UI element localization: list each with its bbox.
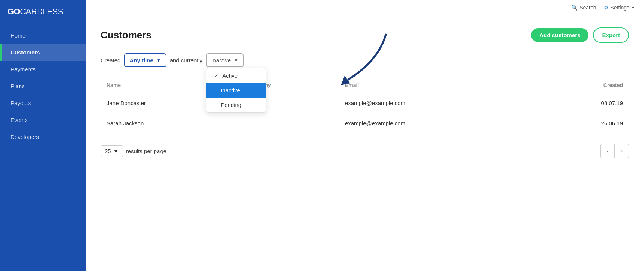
- chevron-down-icon: ▼: [631, 6, 635, 10]
- export-button[interactable]: Export: [593, 27, 629, 43]
- cell-company: –: [241, 113, 339, 134]
- sidebar-nav: Home Customers Payments Plans Payouts Ev…: [0, 27, 86, 145]
- status-option-inactive-label: Inactive: [221, 87, 240, 93]
- sidebar-item-plans[interactable]: Plans: [0, 78, 86, 95]
- status-option-inactive[interactable]: Inactive: [206, 83, 266, 98]
- created-label: Created: [101, 57, 120, 63]
- logo-cardless: CARDLESS: [20, 7, 63, 16]
- time-filter-select[interactable]: Any time ▼: [124, 53, 166, 67]
- search-button[interactable]: 🔍 Search: [571, 5, 596, 11]
- per-page-arrow-icon: ▼: [113, 148, 119, 154]
- results-label: results per page: [126, 148, 167, 154]
- status-option-active[interactable]: ✓ Active: [206, 68, 266, 83]
- status-option-pending-label: Pending: [221, 102, 241, 108]
- settings-label: Settings: [611, 5, 630, 11]
- logo-go: GO: [8, 7, 20, 16]
- status-option-pending[interactable]: Pending: [206, 98, 266, 112]
- page-header: Customers Add customers Export: [101, 27, 629, 43]
- col-header-email: Email: [339, 78, 537, 93]
- pending-spacer: [214, 102, 217, 108]
- sidebar-item-home[interactable]: Home: [0, 27, 86, 44]
- cell-name: Sarah Jackson: [101, 113, 241, 134]
- per-page-select: 25 ▼ results per page: [101, 145, 166, 157]
- and-currently-label: and currently: [170, 57, 203, 63]
- sidebar-item-developers[interactable]: Developers: [0, 128, 86, 145]
- add-customers-button[interactable]: Add customers: [531, 28, 588, 42]
- gear-icon: ⚙: [604, 5, 609, 11]
- status-option-active-label: Active: [222, 72, 238, 79]
- topbar: 🔍 Search ⚙ Settings ▼: [86, 0, 644, 15]
- status-filter-trigger[interactable]: Inactive ▼: [206, 53, 244, 67]
- pagination-row: 25 ▼ results per page ‹ ›: [101, 144, 629, 158]
- status-dropdown-menu: ✓ Active Inactive Pending: [206, 68, 266, 113]
- filter-row: Created Any time ▼ and currently Inactiv…: [101, 53, 629, 67]
- cell-created: 08.07.19: [537, 93, 629, 113]
- customers-table: Name Company Email Created Jane Doncaste…: [101, 78, 629, 133]
- col-header-created: Created: [537, 78, 629, 93]
- search-label: Search: [579, 5, 596, 11]
- time-filter-arrow-icon: ▼: [156, 58, 161, 63]
- sidebar: GOCARDLESS Home Customers Payments Plans…: [0, 0, 86, 271]
- logo: GOCARDLESS: [0, 0, 86, 23]
- per-page-box[interactable]: 25 ▼: [101, 145, 123, 157]
- status-filter-value: Inactive: [211, 57, 231, 63]
- page-title: Customers: [101, 29, 152, 41]
- page-content: Customers Add customers Export Created A…: [86, 15, 644, 170]
- pagination-nav: ‹ ›: [600, 144, 629, 158]
- cell-created: 26.06.19: [537, 113, 629, 134]
- cell-email: example@example.com: [339, 93, 537, 113]
- status-filter-arrow-icon: ▼: [234, 58, 238, 63]
- sidebar-item-customers[interactable]: Customers: [0, 44, 86, 61]
- settings-button[interactable]: ⚙ Settings ▼: [604, 5, 635, 11]
- search-icon: 🔍: [571, 5, 578, 11]
- table-row[interactable]: Sarah Jackson – example@example.com 26.0…: [101, 113, 629, 134]
- sidebar-item-payouts[interactable]: Payouts: [0, 95, 86, 111]
- sidebar-item-events[interactable]: Events: [0, 111, 86, 128]
- per-page-value: 25: [105, 148, 111, 154]
- pagination-next-button[interactable]: ›: [615, 144, 629, 158]
- table-row[interactable]: Jane Doncaster – example@example.com 08.…: [101, 93, 629, 113]
- cell-email: example@example.com: [339, 113, 537, 134]
- checkmark-icon: ✓: [214, 73, 218, 79]
- header-actions: Add customers Export: [531, 27, 629, 43]
- main-content: 🔍 Search ⚙ Settings ▼ Customers Add cust…: [86, 0, 644, 271]
- status-filter-wrapper: Inactive ▼ ✓ Active Inactive Pending: [206, 53, 244, 67]
- time-filter-value: Any time: [129, 57, 153, 63]
- sidebar-item-payments[interactable]: Payments: [0, 61, 86, 78]
- selected-spacer: [214, 87, 217, 93]
- pagination-prev-button[interactable]: ‹: [600, 144, 615, 158]
